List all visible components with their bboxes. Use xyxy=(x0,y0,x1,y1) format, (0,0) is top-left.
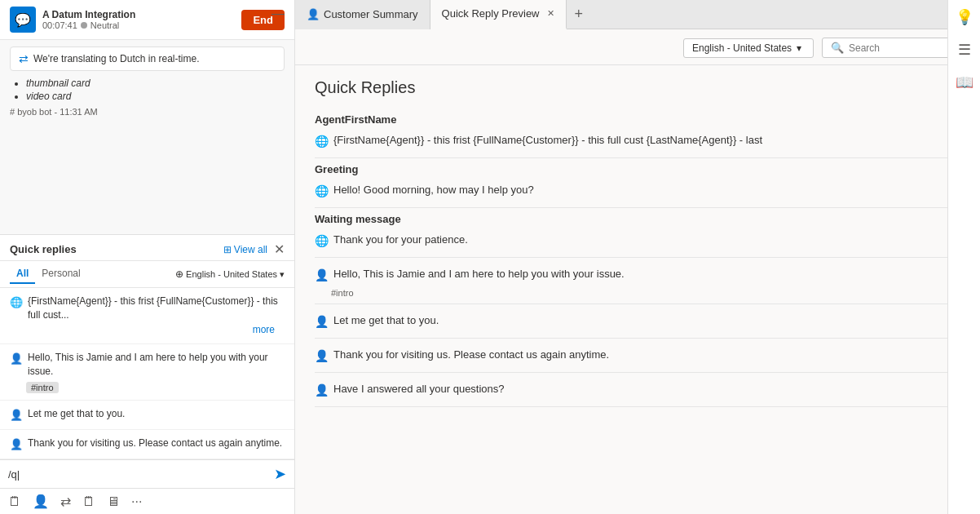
qr-item-3-text: 👤 Let me get that to you. xyxy=(10,407,285,423)
section-hello-jamie: 👤 Hello, This is Jamie and I am here to … xyxy=(315,263,960,299)
content-search-group: English - United States ▾ 🔍 xyxy=(683,38,960,58)
card-item-thumbnail: thumbnail card xyxy=(26,78,285,89)
section-hello-jamie-text: Hello, This is Jamie and I am here to he… xyxy=(333,268,625,280)
globe-icon-gr: 🌐 xyxy=(315,184,329,197)
section-waiting-title: Waiting message xyxy=(315,213,960,225)
divider-6 xyxy=(315,372,960,373)
section-have-i-answered-text: Have I answered all your questions? xyxy=(333,383,505,395)
tabs-bar: 👤 Customer Summary Quick Reply Preview ✕… xyxy=(295,0,980,29)
qr-main-title: Quick Replies xyxy=(315,78,960,97)
bot-label: # byob bot - 11:31 AM xyxy=(10,107,285,117)
qr-header-right: ⊞ View all ✕ xyxy=(223,241,285,257)
qr-item-1-more[interactable]: more xyxy=(10,322,285,337)
qr-item-2-tag: #intro xyxy=(26,382,59,393)
view-all-label: View all xyxy=(234,244,267,255)
toolbar-icon-transfer[interactable]: ⇄ xyxy=(60,494,71,509)
minimize-button[interactable]: — xyxy=(271,7,285,21)
right-panel: 👤 Customer Summary Quick Reply Preview ✕… xyxy=(295,0,980,514)
person-icon-tyv: 👤 xyxy=(315,349,329,362)
qr-lang-label: English - United States xyxy=(186,269,277,279)
qr-item-4-text: 👤 Thank you for visiting us. Please cont… xyxy=(10,436,285,452)
tab-quick-reply-preview[interactable]: Quick Reply Preview ✕ xyxy=(430,0,567,29)
qr-item-1[interactable]: 🌐 {FirstName{Agent}} - this frist {FullN… xyxy=(0,288,294,344)
section-waiting-item[interactable]: 🌐 Thank you for your patience. xyxy=(315,228,960,252)
send-button[interactable]: ➤ xyxy=(274,465,286,483)
lightbulb-icon[interactable]: 💡 xyxy=(956,8,973,26)
book-icon[interactable]: 📖 xyxy=(956,73,973,91)
qr-item-1-content: {FirstName{Agent}} - this frist {FullNam… xyxy=(28,295,285,322)
qr-panel-title: Quick replies xyxy=(10,243,77,255)
translate-icon: ⇄ xyxy=(19,52,29,65)
section-thank-you-visiting-item[interactable]: 👤 Thank you for visiting us. Please cont… xyxy=(315,343,960,367)
section-greeting-item[interactable]: 🌐 Hello! Good morning, how may I help yo… xyxy=(315,179,960,202)
search-box: 🔍 xyxy=(822,38,960,58)
qr-item-2-text: 👤 Hello, This is Jamie and I am here to … xyxy=(10,351,285,379)
tab-customer-summary-icon: 👤 xyxy=(307,8,320,20)
qr-tab-group: All Personal xyxy=(10,264,87,284)
chat-toolbar: 🗒 👤 ⇄ 🗒 🖥 ··· xyxy=(0,488,294,514)
section-greeting-text: Hello! Good morning, how may I help you? xyxy=(333,184,534,196)
section-waiting-text: Thank you for your patience. xyxy=(333,233,468,246)
chat-timer-row: 00:07:41 Neutral xyxy=(42,20,135,30)
qr-tabs: All Personal ⊕ English - United States ▾ xyxy=(0,261,294,288)
qr-item-2[interactable]: 👤 Hello, This is Jamie and I am here to … xyxy=(0,344,294,401)
quick-replies-panel: Quick replies ⊞ View all ✕ All Personal … xyxy=(0,234,294,459)
translation-notice: ⇄ We're translating to Dutch in real-tim… xyxy=(10,47,285,71)
qr-lang-selector[interactable]: ⊕ English - United States ▾ xyxy=(175,268,285,280)
sentiment-label: Neutral xyxy=(90,20,119,30)
toolbar-icon-screen[interactable]: 🖥 xyxy=(107,494,120,509)
qr-item-4[interactable]: 👤 Thank you for visiting us. Please cont… xyxy=(0,430,294,459)
right-side-icons: 💡 ☰ 📖 xyxy=(947,0,980,514)
section-agentfirstname-text: {FirstName{Agent}} - this frist {FullNam… xyxy=(333,134,762,146)
globe-icon-wm: 🌐 xyxy=(315,234,329,247)
view-all-button[interactable]: ⊞ View all xyxy=(223,244,267,255)
tab-customer-summary-label: Customer Summary xyxy=(324,8,418,20)
qr-item-1-text: 🌐 {FirstName{Agent}} - this frist {FullN… xyxy=(10,295,285,322)
chat-header-left: 💬 A Datum Integration 00:07:41 Neutral xyxy=(10,7,135,33)
tab-close-button[interactable]: ✕ xyxy=(547,8,554,19)
section-agentfirstname-item[interactable]: 🌐 {FirstName{Agent}} - this frist {FullN… xyxy=(315,129,960,153)
toolbar-icon-contacts[interactable]: 👤 xyxy=(33,494,49,509)
section-have-i-answered: 👤 Have I answered all your questions? xyxy=(315,378,960,401)
person-icon-3: 👤 xyxy=(10,408,23,423)
section-let-me-get: 👤 Let me get that to you. xyxy=(315,309,960,333)
tab-personal[interactable]: Personal xyxy=(35,264,86,284)
chevron-down-icon: ▾ xyxy=(280,269,285,280)
qr-item-2-content: Hello, This is Jamie and I am here to he… xyxy=(28,351,285,379)
chat-area: ⇄ We're translating to Dutch in real-tim… xyxy=(0,40,294,234)
divider-4 xyxy=(315,304,960,304)
section-agentfirstname-title: AgentFirstName xyxy=(315,113,960,126)
tab-add-button[interactable]: + xyxy=(567,6,592,23)
section-let-me-get-text: Let me get that to you. xyxy=(333,314,439,326)
toolbar-icon-more[interactable]: ··· xyxy=(131,494,142,509)
section-greeting: Greeting 🌐 Hello! Good morning, how may … xyxy=(315,163,960,202)
search-input[interactable] xyxy=(849,42,947,54)
section-thank-you-visiting: 👤 Thank you for visiting us. Please cont… xyxy=(315,343,960,367)
section-hello-jamie-item[interactable]: 👤 Hello, This is Jamie and I am here to … xyxy=(315,263,960,286)
section-waiting: Waiting message 🌐 Thank you for your pat… xyxy=(315,213,960,252)
list-icon[interactable]: ☰ xyxy=(958,41,971,59)
section-agentfirstname: AgentFirstName 🌐 {FirstName{Agent}} - th… xyxy=(315,113,960,153)
qr-panel-close-button[interactable]: ✕ xyxy=(274,241,285,257)
section-hello-jamie-tag: #intro xyxy=(331,288,354,298)
tab-customer-summary[interactable]: 👤 Customer Summary xyxy=(295,0,430,29)
content-header: English - United States ▾ 🔍 xyxy=(295,29,980,65)
card-list: thumbnail card video card xyxy=(26,78,285,102)
toolbar-icon-kb[interactable]: 🗒 xyxy=(82,494,95,509)
lang-select-label: English - United States xyxy=(692,42,792,54)
toolbar-icon-notes[interactable]: 🗒 xyxy=(8,494,21,509)
section-let-me-get-item[interactable]: 👤 Let me get that to you. xyxy=(315,309,960,333)
qr-item-3[interactable]: 👤 Let me get that to you. xyxy=(0,401,294,430)
person-icon-2: 👤 xyxy=(10,352,23,366)
tab-all[interactable]: All xyxy=(10,264,35,284)
person-icon-lmg: 👤 xyxy=(315,315,329,328)
timer-value: 00:07:41 xyxy=(42,20,77,30)
person-icon-hj: 👤 xyxy=(315,268,329,281)
globe-icon: ⊕ xyxy=(175,268,183,280)
person-icon-4: 👤 xyxy=(10,437,23,452)
lang-select-chevron: ▾ xyxy=(797,42,801,54)
chat-input[interactable] xyxy=(8,468,269,481)
language-select[interactable]: English - United States ▾ xyxy=(683,38,814,58)
chat-icon: 💬 xyxy=(10,7,36,33)
section-have-i-answered-item[interactable]: 👤 Have I answered all your questions? xyxy=(315,378,960,401)
